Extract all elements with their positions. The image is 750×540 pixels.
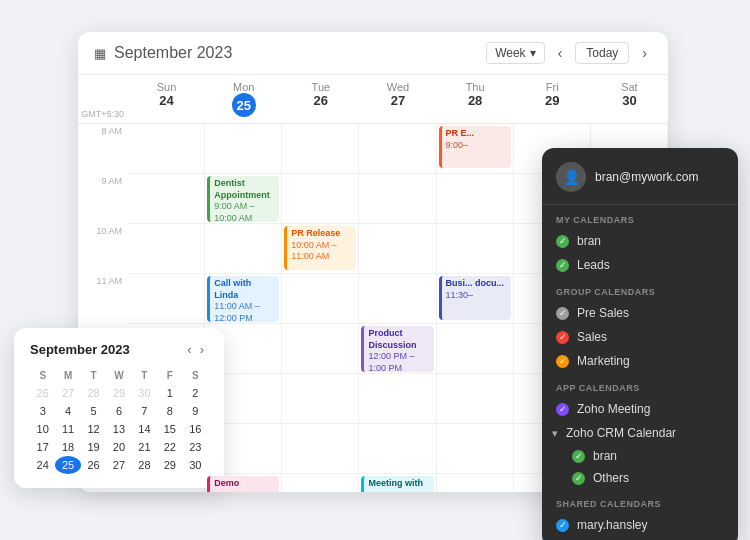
- week-view-button[interactable]: Week ▾: [486, 42, 544, 64]
- event-product-discussion[interactable]: Product Discussion 12:00 PM – 1:00 PM: [361, 326, 433, 372]
- mini-day-20[interactable]: 20: [106, 438, 131, 456]
- cell-thu-1[interactable]: [437, 374, 514, 424]
- mini-day-30b[interactable]: 30: [183, 456, 208, 474]
- calendar-icon: ▦: [94, 46, 106, 61]
- mini-day-23[interactable]: 23: [183, 438, 208, 456]
- event-business[interactable]: Busi... docu... 11:30–: [439, 276, 511, 320]
- prev-week-button[interactable]: ‹: [553, 43, 568, 63]
- mini-day-28a[interactable]: 28: [81, 384, 106, 402]
- cell-wed-8[interactable]: [359, 124, 436, 174]
- mini-day-6[interactable]: 6: [106, 402, 131, 420]
- event-pr-fri[interactable]: PR E... 9:00–: [439, 126, 511, 168]
- cell-mon-11[interactable]: Call with Linda 11:00 AM – 12:00 PM: [205, 274, 282, 324]
- cell-tue-12[interactable]: [282, 324, 359, 374]
- mini-day-17[interactable]: 17: [30, 438, 55, 456]
- cell-mon-8[interactable]: [205, 124, 282, 174]
- mini-week-3: 10 11 12 13 14 15 16: [30, 420, 208, 438]
- mini-day-22[interactable]: 22: [157, 438, 182, 456]
- day-sat: Sat30: [591, 75, 668, 123]
- mini-day-29b[interactable]: 29: [157, 456, 182, 474]
- mini-day-14[interactable]: 14: [132, 420, 157, 438]
- mini-day-11[interactable]: 11: [55, 420, 80, 438]
- cell-tue-1[interactable]: [282, 374, 359, 424]
- crm-sub-others[interactable]: Others: [542, 467, 738, 489]
- event-pr-release[interactable]: PR Release 10:00 AM – 11:00 AM: [284, 226, 356, 270]
- mini-day-21[interactable]: 21: [132, 438, 157, 456]
- cell-thu-9[interactable]: [437, 174, 514, 224]
- cell-mon-9[interactable]: Dentist Appointment 9:00 AM – 10:00 AM: [205, 174, 282, 224]
- group-calendar-presales[interactable]: Pre Sales: [542, 301, 738, 325]
- cell-wed-12[interactable]: Product Discussion 12:00 PM – 1:00 PM: [359, 324, 436, 374]
- mini-day-7[interactable]: 7: [132, 402, 157, 420]
- mini-prev-button[interactable]: ‹: [183, 342, 195, 357]
- cell-tue-8[interactable]: [282, 124, 359, 174]
- cell-thu-3[interactable]: [437, 474, 514, 492]
- mini-day-2[interactable]: 2: [183, 384, 208, 402]
- mini-day-15[interactable]: 15: [157, 420, 182, 438]
- mini-day-18[interactable]: 18: [55, 438, 80, 456]
- cell-tue-3[interactable]: [282, 474, 359, 492]
- app-calendar-zoho-meeting[interactable]: Zoho Meeting: [542, 397, 738, 421]
- avatar: 👤: [556, 162, 586, 192]
- group-calendar-marketing[interactable]: Marketing: [542, 349, 738, 373]
- mini-day-9[interactable]: 9: [183, 402, 208, 420]
- mini-day-29a[interactable]: 29: [106, 384, 131, 402]
- mini-day-8[interactable]: 8: [157, 402, 182, 420]
- cell-wed-9[interactable]: [359, 174, 436, 224]
- mini-day-26b[interactable]: 26: [81, 456, 106, 474]
- cell-wed-2[interactable]: [359, 424, 436, 474]
- mini-day-3[interactable]: 3: [30, 402, 55, 420]
- cell-thu-10[interactable]: [437, 224, 514, 274]
- leads-calendar-label: Leads: [577, 258, 610, 272]
- mini-day-19[interactable]: 19: [81, 438, 106, 456]
- mini-day-26a[interactable]: 26: [30, 384, 55, 402]
- my-calendar-leads[interactable]: Leads: [542, 253, 738, 277]
- mini-day-1[interactable]: 1: [157, 384, 182, 402]
- zoho-crm-label: Zoho CRM Calendar: [566, 426, 676, 440]
- mini-day-13[interactable]: 13: [106, 420, 131, 438]
- group-calendar-sales[interactable]: Sales: [542, 325, 738, 349]
- cell-wed-1[interactable]: [359, 374, 436, 424]
- event-meeting-dave[interactable]: Meeting with Dave: [361, 476, 433, 492]
- mini-day-28b[interactable]: 28: [132, 456, 157, 474]
- cell-sun-8[interactable]: [128, 124, 205, 174]
- app-calendar-zoho-crm[interactable]: ▾ Zoho CRM Calendar: [542, 421, 738, 445]
- my-calendar-bran[interactable]: bran: [542, 229, 738, 253]
- cell-wed-11[interactable]: [359, 274, 436, 324]
- cell-wed-10[interactable]: [359, 224, 436, 274]
- mini-day-10[interactable]: 10: [30, 420, 55, 438]
- mini-day-4[interactable]: 4: [55, 402, 80, 420]
- mini-day-25-today[interactable]: 25: [55, 456, 80, 474]
- next-week-button[interactable]: ›: [637, 43, 652, 63]
- shared-calendar-mary[interactable]: mary.hansley: [542, 513, 738, 537]
- crm-bran-dot: [572, 450, 585, 463]
- mini-next-button[interactable]: ›: [196, 342, 208, 357]
- crm-sub-bran[interactable]: bran: [542, 445, 738, 467]
- today-button[interactable]: Today: [575, 42, 629, 64]
- mini-day-16[interactable]: 16: [183, 420, 208, 438]
- cell-tue-2[interactable]: [282, 424, 359, 474]
- mini-day-30a[interactable]: 30: [132, 384, 157, 402]
- cell-thu-8[interactable]: PR E... 9:00–: [437, 124, 514, 174]
- cell-sun-9[interactable]: [128, 174, 205, 224]
- cell-sun-10[interactable]: [128, 224, 205, 274]
- event-call-linda[interactable]: Call with Linda 11:00 AM – 12:00 PM: [207, 276, 279, 322]
- cell-mon-3[interactable]: Demo – 3:00 PM: [205, 474, 282, 492]
- cell-tue-9[interactable]: [282, 174, 359, 224]
- mini-day-12[interactable]: 12: [81, 420, 106, 438]
- cell-thu-2[interactable]: [437, 424, 514, 474]
- mini-day-5[interactable]: 5: [81, 402, 106, 420]
- cell-tue-11[interactable]: [282, 274, 359, 324]
- cell-mon-10[interactable]: [205, 224, 282, 274]
- cell-wed-3[interactable]: Meeting with Dave: [359, 474, 436, 492]
- mini-day-24[interactable]: 24: [30, 456, 55, 474]
- shared-calendars-label: SHARED CALENDARS: [542, 489, 738, 513]
- cell-tue-10[interactable]: PR Release 10:00 AM – 11:00 AM: [282, 224, 359, 274]
- cell-thu-12[interactable]: [437, 324, 514, 374]
- cell-sun-11[interactable]: [128, 274, 205, 324]
- mini-day-27b[interactable]: 27: [106, 456, 131, 474]
- cell-thu-11[interactable]: Busi... docu... 11:30–: [437, 274, 514, 324]
- event-demo[interactable]: Demo – 3:00 PM: [207, 476, 279, 492]
- event-dentist[interactable]: Dentist Appointment 9:00 AM – 10:00 AM: [207, 176, 279, 222]
- mini-day-27a[interactable]: 27: [55, 384, 80, 402]
